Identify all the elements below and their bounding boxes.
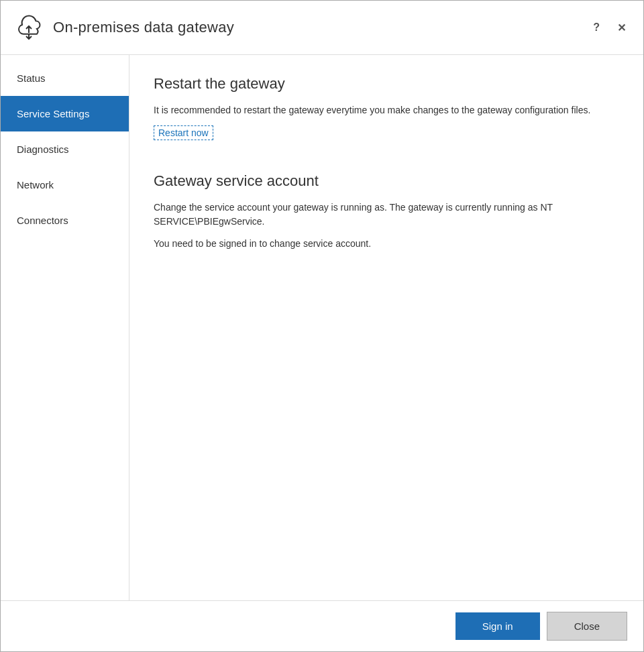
account-description: Change the service account your gateway … bbox=[154, 201, 619, 229]
restart-now-link[interactable]: Restart now bbox=[154, 125, 213, 140]
account-section: Gateway service account Change the servi… bbox=[154, 172, 619, 251]
app-title: On-premises data gateway bbox=[53, 19, 234, 36]
signin-button[interactable]: Sign in bbox=[455, 612, 540, 640]
sidebar-item-status[interactable]: Status bbox=[1, 60, 129, 96]
app-icon bbox=[14, 11, 44, 44]
content-area: Restart the gateway It is recommended to… bbox=[129, 55, 643, 600]
sidebar-item-connectors[interactable]: Connectors bbox=[1, 203, 129, 238]
close-button[interactable]: Close bbox=[547, 612, 627, 641]
main-window: On-premises data gateway ? ✕ Status Serv… bbox=[0, 0, 644, 652]
restart-description: It is recommended to restart the gateway… bbox=[154, 103, 619, 117]
window-controls: ? ✕ bbox=[589, 19, 630, 37]
main-content: Status Service Settings Diagnostics Netw… bbox=[1, 55, 643, 600]
account-title: Gateway service account bbox=[154, 172, 619, 190]
sidebar-item-service-settings[interactable]: Service Settings bbox=[1, 96, 129, 131]
sidebar: Status Service Settings Diagnostics Netw… bbox=[1, 55, 129, 600]
close-window-button[interactable]: ✕ bbox=[613, 19, 630, 37]
sidebar-item-diagnostics[interactable]: Diagnostics bbox=[1, 131, 129, 167]
help-button[interactable]: ? bbox=[589, 19, 604, 36]
footer: Sign in Close bbox=[1, 600, 643, 651]
restart-section: Restart the gateway It is recommended to… bbox=[154, 75, 619, 159]
restart-title: Restart the gateway bbox=[154, 75, 619, 93]
sidebar-item-network[interactable]: Network bbox=[1, 167, 129, 203]
account-note: You need to be signed in to change servi… bbox=[154, 237, 619, 251]
title-bar: On-premises data gateway ? ✕ bbox=[1, 1, 643, 55]
